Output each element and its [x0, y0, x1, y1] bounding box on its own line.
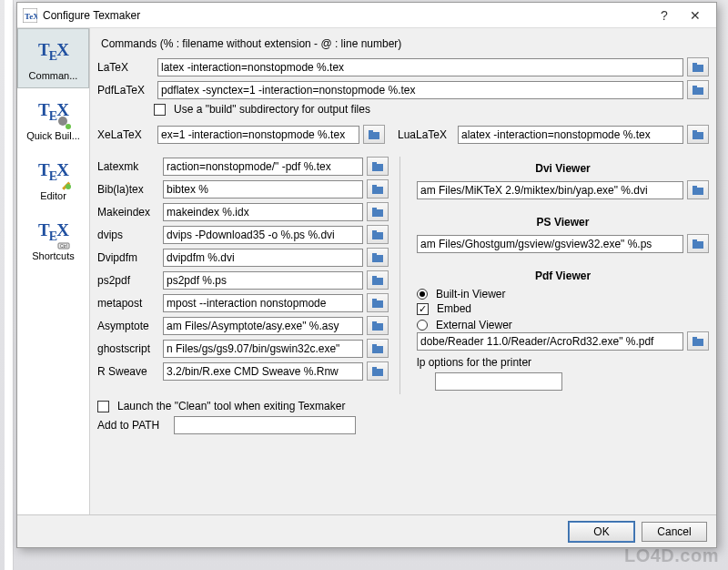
svg-rect-20 — [372, 209, 383, 217]
app-icon: TeX — [23, 8, 37, 23]
dvi-viewer-input[interactable] — [417, 181, 683, 199]
use-build-checkbox[interactable] — [154, 104, 166, 116]
lualatex-label: LuaLaTeX — [398, 128, 454, 141]
pdf-browse-button[interactable] — [687, 331, 709, 351]
command-input[interactable] — [163, 271, 363, 290]
command-input[interactable] — [163, 249, 363, 267]
sidebar-item-label: Comman... — [29, 70, 78, 81]
lp-options-input[interactable] — [435, 372, 562, 391]
pdf-builtin-label: Built-in Viewer — [436, 288, 505, 300]
command-browse-button[interactable] — [367, 248, 389, 267]
command-label: Bib(la)tex — [97, 183, 159, 196]
svg-rect-34 — [372, 369, 383, 376]
add-to-path-label: Add to PATH — [97, 419, 170, 432]
svg-rect-35 — [372, 367, 377, 370]
latex-input[interactable] — [157, 58, 683, 76]
titlebar: TeX Configure Texmaker ? ✕ — [17, 3, 716, 28]
svg-rect-27 — [372, 276, 377, 279]
xelatex-input[interactable] — [157, 126, 359, 144]
svg-rect-36 — [693, 188, 703, 195]
svg-rect-26 — [372, 278, 383, 285]
svg-rect-11 — [693, 86, 697, 88]
help-button[interactable]: ? — [649, 5, 680, 25]
svg-rect-19 — [372, 185, 377, 188]
svg-rect-22 — [372, 232, 383, 239]
command-browse-button[interactable] — [367, 293, 389, 312]
command-browse-button[interactable] — [367, 225, 389, 244]
xelatex-browse-button[interactable] — [363, 125, 385, 144]
dvi-viewer-title: Dvi Viewer — [417, 162, 709, 175]
command-input[interactable] — [163, 203, 363, 221]
lp-options-label: lp options for the printer — [417, 356, 544, 369]
command-input[interactable] — [163, 226, 363, 244]
sidebar-item-shortcuts[interactable]: TEX Ctrl Shortcuts — [17, 209, 89, 269]
pdf-external-label: External Viewer — [436, 319, 512, 331]
ps-browse-button[interactable] — [687, 234, 709, 253]
svg-rect-41 — [693, 337, 697, 340]
command-row: Makeindex — [97, 202, 389, 221]
content-pane: Commands (% : filename without extension… — [90, 28, 716, 514]
sidebar-item-editor[interactable]: TEX Editor — [17, 148, 89, 209]
cancel-button[interactable]: Cancel — [642, 522, 707, 542]
sidebar-item-quickbuild[interactable]: TEX Quick Buil... — [17, 88, 89, 148]
svg-text:TeX: TeX — [25, 12, 37, 21]
command-label: ps2pdf — [97, 274, 159, 287]
use-build-label: Use a "build" subdirectory for output fi… — [174, 103, 370, 116]
command-label: R Sweave — [97, 365, 159, 378]
tex-editor-icon: TEX — [35, 156, 72, 188]
configure-dialog: TeX Configure Texmaker ? ✕ TEX Comman...… — [16, 2, 717, 548]
command-input[interactable] — [163, 340, 363, 358]
command-label: Asymptote — [97, 320, 159, 332]
command-browse-button[interactable] — [367, 179, 389, 198]
ok-button[interactable]: OK — [569, 522, 634, 542]
command-browse-button[interactable] — [367, 270, 389, 290]
svg-rect-12 — [369, 132, 379, 139]
svg-point-2 — [58, 117, 67, 126]
svg-rect-13 — [369, 130, 373, 133]
svg-rect-29 — [372, 299, 377, 301]
tex-quickbuild-icon: TEX — [35, 96, 72, 128]
svg-point-5 — [66, 184, 71, 189]
command-input[interactable] — [163, 362, 363, 381]
pdflatex-input[interactable] — [157, 81, 683, 99]
command-input[interactable] — [163, 180, 363, 198]
lualatex-input[interactable] — [458, 126, 683, 144]
ps-viewer-title: PS Viewer — [417, 216, 709, 229]
pdf-builtin-radio[interactable] — [417, 289, 428, 300]
launch-clean-label: Launch the "Clean" tool when exiting Tex… — [117, 400, 345, 412]
command-input[interactable] — [163, 158, 363, 176]
command-row: Dvipdfm — [97, 248, 389, 267]
close-button[interactable]: ✕ — [680, 5, 711, 25]
svg-rect-40 — [693, 339, 703, 346]
command-label: Dvipdfm — [97, 251, 159, 264]
launch-clean-checkbox[interactable] — [97, 401, 109, 412]
tex-shortcuts-icon: TEX Ctrl — [35, 216, 72, 249]
sidebar-item-label: Shortcuts — [32, 250, 74, 261]
pdf-embed-checkbox[interactable] — [417, 303, 429, 315]
add-to-path-input[interactable] — [174, 416, 356, 434]
command-input[interactable] — [163, 317, 363, 335]
svg-rect-16 — [372, 164, 383, 171]
sidebar: TEX Comman... TEX Quick Buil... TEX Edit… — [17, 28, 90, 514]
ps-viewer-input[interactable] — [417, 235, 683, 253]
sidebar-item-commands[interactable]: TEX Comman... — [17, 28, 89, 88]
dvi-browse-button[interactable] — [687, 180, 709, 199]
watermark: LO4D.com — [624, 545, 719, 566]
command-input[interactable] — [163, 294, 363, 312]
pdflatex-browse-button[interactable] — [687, 80, 709, 99]
lualatex-browse-button[interactable] — [687, 125, 709, 144]
pdf-external-radio[interactable] — [417, 320, 428, 331]
svg-rect-23 — [372, 230, 377, 233]
command-browse-button[interactable] — [367, 339, 389, 358]
sidebar-item-label: Quick Buil... — [26, 130, 80, 141]
command-browse-button[interactable] — [367, 361, 389, 381]
commands-column: LatexmkBib(la)texMakeindexdvipsDvipdfmps… — [97, 157, 389, 394]
command-browse-button[interactable] — [367, 316, 389, 335]
pdf-viewer-title: Pdf Viewer — [417, 270, 709, 282]
sidebar-item-label: Editor — [40, 190, 66, 201]
pdf-viewer-input[interactable] — [417, 332, 683, 351]
command-browse-button[interactable] — [367, 202, 389, 221]
command-browse-button[interactable] — [367, 157, 389, 176]
latex-label: LaTeX — [97, 61, 154, 74]
latex-browse-button[interactable] — [687, 57, 709, 76]
